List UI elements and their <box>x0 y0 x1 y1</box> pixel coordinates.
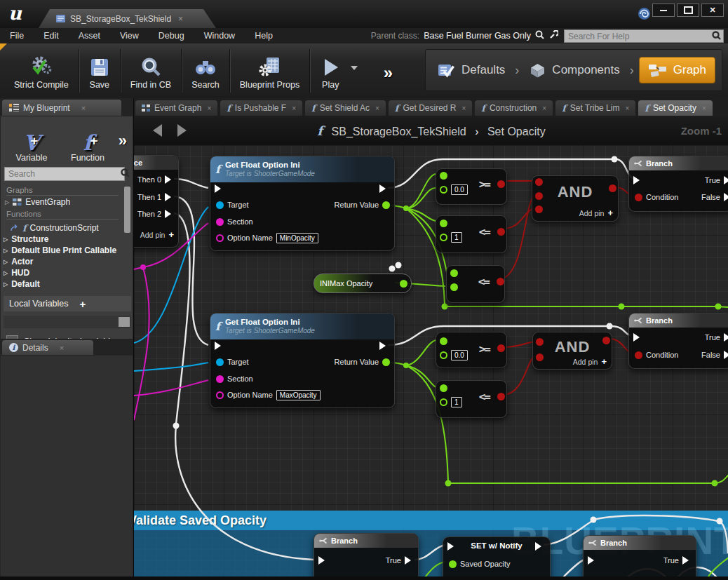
expand-icon[interactable]: ▷ <box>4 236 8 243</box>
tab-set-opacity[interactable]: f Set Opacity × <box>638 100 712 116</box>
minimize-button[interactable] <box>652 4 675 17</box>
find-in-cb-button[interactable]: Find in CB <box>122 46 180 95</box>
reroute-node[interactable] <box>389 266 396 272</box>
saved-opacity-pin[interactable]: Saved Opacity <box>449 558 511 569</box>
reroute-node[interactable] <box>612 156 618 163</box>
exec-in-pin[interactable] <box>318 555 329 566</box>
tree-item-structure[interactable]: ▷ Structure <box>1 234 134 245</box>
exec-in-pin[interactable] <box>215 183 225 194</box>
breadcrumb-leaf[interactable]: Set Opacity <box>487 126 546 137</box>
value-field[interactable]: 1 <box>451 232 462 243</box>
tab-get-desired[interactable]: f Get Desired R × <box>389 100 472 116</box>
my-blueprint-tab[interactable]: My Blueprint × <box>2 100 121 116</box>
option-name-field[interactable]: MinOpacity <box>276 233 318 243</box>
details-close-icon[interactable]: × <box>60 344 64 352</box>
set-with-notify-node[interactable]: SET w/ Notify Saved Opacity <box>443 537 551 580</box>
input-b-pin[interactable] <box>450 281 458 292</box>
reroute-node[interactable] <box>717 518 723 525</box>
target-pin[interactable]: Target <box>216 199 249 210</box>
return-value-pin[interactable]: Return Value <box>335 356 390 367</box>
value-field[interactable]: 0.0 <box>451 350 468 360</box>
menu-view[interactable]: View <box>110 31 149 41</box>
branch-node[interactable]: Branch True Condition <box>314 533 419 580</box>
tab-close-icon[interactable]: × <box>375 104 379 112</box>
less-equal-node[interactable]: 1 <= <box>436 380 507 418</box>
mode-components[interactable]: Components <box>525 60 623 81</box>
reroute-node[interactable] <box>403 205 409 211</box>
blueprint-search-icon[interactable] <box>121 168 132 180</box>
add-local-variable-icon[interactable]: + <box>80 298 86 310</box>
panel-chevron-icon[interactable]: » <box>119 132 127 150</box>
reroute-node[interactable] <box>396 262 402 269</box>
play-options-caret-icon[interactable] <box>351 66 358 74</box>
target-pin[interactable]: Target <box>216 356 249 367</box>
tab-close-icon[interactable]: × <box>178 14 183 24</box>
details-tab[interactable]: i Details × <box>2 340 93 355</box>
reroute-node[interactable] <box>712 480 718 487</box>
less-equal-node[interactable]: 1 <= <box>436 215 507 253</box>
option-name-field[interactable]: MaxOpacity <box>276 390 321 400</box>
section-pin[interactable]: Section <box>216 373 253 384</box>
and-add-pin[interactable]: Add pin+ <box>573 356 607 367</box>
expand-icon[interactable]: ▷ <box>4 259 8 265</box>
value-field[interactable]: 1 <box>451 397 462 407</box>
tree-item-default[interactable]: ▷ Default <box>1 278 134 290</box>
true-pin[interactable]: True <box>705 175 728 186</box>
option-name-pin[interactable]: Option NameMinOpacity <box>216 232 318 243</box>
input-a-pin[interactable] <box>440 170 447 181</box>
tab-close-icon[interactable]: × <box>702 104 706 112</box>
and-input-pin[interactable] <box>535 203 543 215</box>
result-pin[interactable] <box>497 342 505 353</box>
input-a-pin[interactable] <box>450 267 458 278</box>
breadcrumb-root[interactable]: SB_StorageBox_TekShield <box>332 126 466 137</box>
condition-pin[interactable]: Condition <box>635 349 678 360</box>
true-pin[interactable]: True <box>705 332 728 343</box>
tab-close-icon[interactable]: × <box>292 104 296 112</box>
tab-close-icon[interactable]: × <box>207 104 211 112</box>
tab-event-graph[interactable]: Event Graph × <box>135 100 217 116</box>
reroute-node[interactable] <box>173 423 180 429</box>
result-pin[interactable] <box>497 276 504 287</box>
then2-pin[interactable]: Then 2 <box>137 208 175 220</box>
expand-icon[interactable]: ▷ <box>5 199 9 205</box>
reroute-node[interactable] <box>442 304 448 310</box>
false-pin[interactable]: False <box>701 349 728 360</box>
menu-help[interactable]: Help <box>245 31 283 41</box>
my-blueprint-close-icon[interactable]: × <box>81 104 86 112</box>
reroute-node[interactable] <box>140 264 146 270</box>
and-add-pin[interactable]: Add pin+ <box>579 208 613 218</box>
menu-asset[interactable]: Asset <box>69 31 110 41</box>
false-pin[interactable]: False <box>701 191 728 203</box>
result-pin[interactable] <box>497 391 505 402</box>
reroute-node[interactable] <box>607 323 613 330</box>
result-pin[interactable] <box>497 226 505 237</box>
exec-in-pin[interactable] <box>215 340 225 351</box>
branch-node[interactable]: Branch Condition True False <box>628 313 728 369</box>
branch-node[interactable]: Branch True Condition <box>583 535 696 580</box>
menu-debug[interactable]: Debug <box>149 31 194 41</box>
true-pin[interactable]: True <box>663 555 693 566</box>
input-a-pin[interactable] <box>440 382 447 393</box>
tree-item-hud[interactable]: ▷ HUD <box>1 267 134 278</box>
branch-node[interactable]: Branch Condition True False <box>628 156 728 212</box>
tree-item-eventgraph[interactable]: ▷ EventGraph <box>1 196 134 208</box>
input-b-pin[interactable]: 0.0 <box>440 184 468 195</box>
find-parent-class-icon[interactable] <box>535 29 544 42</box>
modes-chevron-icon[interactable]: » <box>384 63 393 83</box>
expand-icon[interactable]: ▷ <box>4 281 8 288</box>
exec-out-pin[interactable] <box>379 183 390 194</box>
less-equal-node-mid[interactable]: <= <box>446 265 505 303</box>
reroute-node[interactable] <box>445 480 452 487</box>
save-button[interactable]: Save <box>81 46 119 95</box>
reroute-node[interactable] <box>715 304 722 310</box>
tab-set-tribe[interactable]: f Set Tribe Lim × <box>555 100 635 116</box>
menu-file[interactable]: File <box>0 31 34 41</box>
menu-window[interactable]: Window <box>194 31 245 41</box>
float-pin-icon[interactable] <box>400 280 407 288</box>
edit-parent-class-icon[interactable] <box>548 29 558 42</box>
exec-in-pin[interactable] <box>633 332 644 343</box>
play-button[interactable]: Play <box>311 46 349 95</box>
search-button[interactable]: Search <box>183 46 228 95</box>
option-name-pin[interactable]: Option NameMaxOpacity <box>216 389 321 400</box>
value-field[interactable]: 0.0 <box>451 184 468 195</box>
